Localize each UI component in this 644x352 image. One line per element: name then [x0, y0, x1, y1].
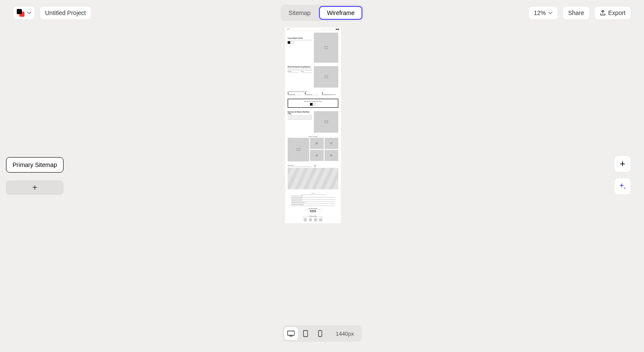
top-toolbar: Untitled Project Sitemap Wireframe 12% S…	[0, 6, 644, 20]
view-tabs: Sitemap Wireframe	[280, 5, 364, 21]
plus-icon: +	[620, 158, 626, 170]
device-mobile-button[interactable]	[313, 327, 327, 340]
wf-showcase-section: Property Showcase	[285, 134, 341, 163]
wf-discover-section: Discover the Ultimate Living Experience …	[285, 64, 341, 89]
device-desktop-button[interactable]	[284, 327, 298, 340]
tab-sitemap[interactable]: Sitemap	[282, 6, 317, 20]
wf-avatar	[304, 218, 307, 222]
zoom-value: 12%	[534, 9, 546, 16]
wf-experience-image	[314, 111, 338, 133]
device-tablet-button[interactable]	[299, 327, 313, 340]
ai-assist-button[interactable]	[614, 178, 631, 195]
wf-cta-section: Discover Your Dream Home Today	[288, 99, 338, 108]
wf-logo: Logo	[287, 28, 289, 30]
wf-avatar	[319, 218, 322, 222]
zoom-in-button[interactable]: +	[614, 155, 631, 173]
mobile-icon	[318, 330, 322, 337]
wf-avatar	[309, 218, 312, 222]
viewport-width-label: 1440px	[328, 331, 360, 337]
svg-rect-0	[288, 331, 295, 335]
primary-sitemap-button[interactable]: Primary Sitemap	[6, 157, 64, 173]
toolbar-left-group: Untitled Project	[13, 6, 91, 20]
wf-features-title: Discover the perfect home for your famil…	[288, 91, 338, 92]
device-toolbar: 1440px	[283, 325, 362, 342]
wf-team-section: Meet Our Team	[285, 214, 341, 224]
wf-nav: Logo Link One Link Two Link Three Link F…	[285, 27, 341, 31]
chevron-down-icon	[548, 12, 553, 14]
wf-hero-image	[314, 33, 338, 63]
export-label: Export	[608, 9, 626, 16]
share-button[interactable]: Share	[562, 6, 589, 20]
wf-map	[288, 168, 338, 189]
wf-hero-title: Luxury living at its finest	[288, 38, 312, 39]
export-button[interactable]: Export	[594, 6, 631, 20]
app-logo-icon	[17, 9, 24, 17]
wf-nav-cta: Button	[336, 29, 339, 30]
wf-faq-section: FAQs How do I schedule a tour of a prope…	[285, 191, 341, 214]
wf-features-section: Discover the perfect home for your famil…	[285, 89, 341, 97]
wf-discover-image	[314, 66, 338, 88]
app-menu-button[interactable]	[13, 6, 35, 20]
wf-hero-cta-secondary	[291, 41, 294, 44]
plus-icon: +	[32, 183, 37, 193]
zoom-button[interactable]: 12%	[528, 6, 558, 20]
wireframe-canvas[interactable]: Logo Link One Link Two Link Three Link F…	[285, 27, 341, 223]
wf-avatar	[314, 218, 317, 222]
project-title-button[interactable]: Untitled Project	[39, 6, 91, 20]
toolbar-right-group: 12% Share Export	[528, 6, 631, 20]
svg-rect-2	[304, 331, 308, 337]
wf-discover-title: Discover the Ultimate Living Experience	[288, 66, 312, 68]
chevron-down-icon	[27, 12, 31, 14]
export-icon	[600, 10, 606, 16]
desktop-icon	[287, 331, 295, 337]
right-floating-toolbar: +	[614, 155, 631, 195]
tab-wireframe[interactable]: Wireframe	[319, 6, 362, 20]
wf-hero-section: Luxury living at its finest	[285, 31, 341, 64]
svg-rect-3	[319, 331, 322, 337]
wf-nav-links: Link One Link Two Link Three Link Four	[321, 29, 334, 29]
wf-hero-cta-primary	[288, 41, 290, 44]
wf-experience-section: Experience the Ultimate in Real Estate L…	[285, 109, 341, 134]
wf-contact-section: Get in Touch • Email • Phone • Office	[285, 163, 341, 191]
tablet-icon	[303, 330, 308, 337]
sparkle-icon	[618, 182, 627, 191]
add-sitemap-button[interactable]: +	[6, 180, 64, 195]
left-sidebar: Primary Sitemap +	[6, 157, 64, 195]
